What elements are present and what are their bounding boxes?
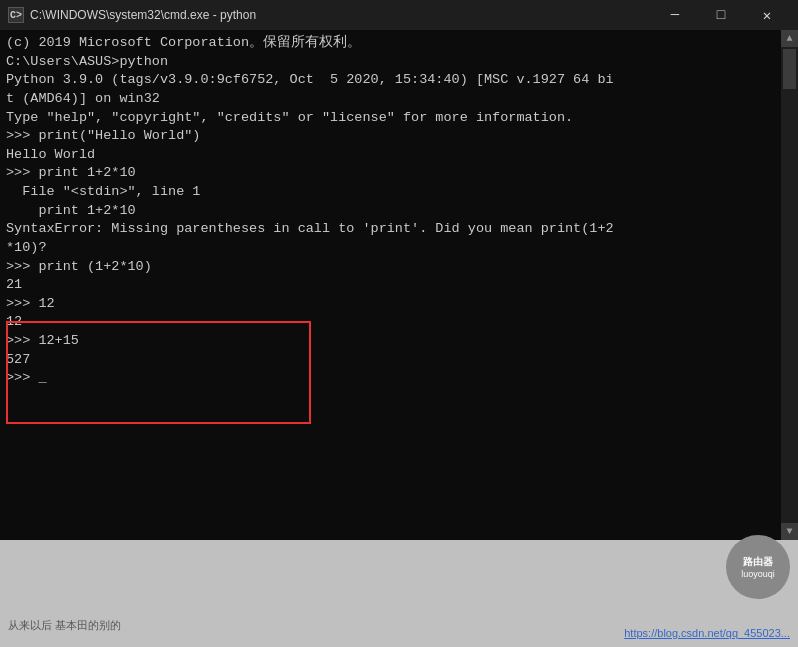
console-line: C:\Users\ASUS>python xyxy=(6,53,792,72)
console-line: File "<stdin>", line 1 xyxy=(6,183,792,202)
url-bar[interactable]: https://blog.csdn.net/qq_455023... xyxy=(624,627,790,639)
close-button[interactable]: ✕ xyxy=(744,0,790,30)
title-bar: C> C:\WINDOWS\system32\cmd.exe - python … xyxy=(0,0,798,30)
console-line: >>> print (1+2*10) xyxy=(6,258,792,277)
window-title: C:\WINDOWS\system32\cmd.exe - python xyxy=(30,8,256,22)
console-line: >>> print 1+2*10 xyxy=(6,164,792,183)
console-line: 12 xyxy=(6,313,792,332)
scrollbar[interactable]: ▲ ▼ xyxy=(781,30,798,540)
maximize-button[interactable]: □ xyxy=(698,0,744,30)
badge-line2: luoyouqi xyxy=(741,569,775,579)
title-bar-controls: ─ □ ✕ xyxy=(652,0,790,30)
badge-line1: 路由器 xyxy=(743,555,773,569)
console-line: Python 3.9.0 (tags/v3.9.0:9cf6752, Oct 5… xyxy=(6,71,792,90)
console-line: *10)? xyxy=(6,239,792,258)
title-bar-left: C> C:\WINDOWS\system32\cmd.exe - python xyxy=(8,7,652,23)
console-line: print 1+2*10 xyxy=(6,202,792,221)
console-output[interactable]: (c) 2019 Microsoft Corporation。保留所有权利。C:… xyxy=(0,30,798,540)
console-line: >>> print("Hello World") xyxy=(6,127,792,146)
console-line: 21 xyxy=(6,276,792,295)
cmd-window: C> C:\WINDOWS\system32\cmd.exe - python … xyxy=(0,0,798,540)
console-line: >>> 12+15 xyxy=(6,332,792,351)
console-line: (c) 2019 Microsoft Corporation。保留所有权利。 xyxy=(6,34,792,53)
console-line: SyntaxError: Missing parentheses in call… xyxy=(6,220,792,239)
scroll-down-button[interactable]: ▼ xyxy=(781,523,798,540)
console-line: t (AMD64)] on win32 xyxy=(6,90,792,109)
scrollbar-track[interactable] xyxy=(781,47,798,523)
bottom-left-text: 从来以后 基本田的别的 xyxy=(8,618,121,633)
console-line: >>> _ xyxy=(6,369,792,388)
scrollbar-thumb[interactable] xyxy=(783,49,796,89)
minimize-button[interactable]: ─ xyxy=(652,0,698,30)
console-line: Type "help", "copyright", "credits" or "… xyxy=(6,109,792,128)
console-line: >>> 12 xyxy=(6,295,792,314)
console-line: Hello World xyxy=(6,146,792,165)
luoyouqi-badge: 路由器 luoyouqi xyxy=(726,535,790,599)
cmd-icon: C> xyxy=(8,7,24,23)
console-line: 527 xyxy=(6,351,792,370)
scroll-up-button[interactable]: ▲ xyxy=(781,30,798,47)
